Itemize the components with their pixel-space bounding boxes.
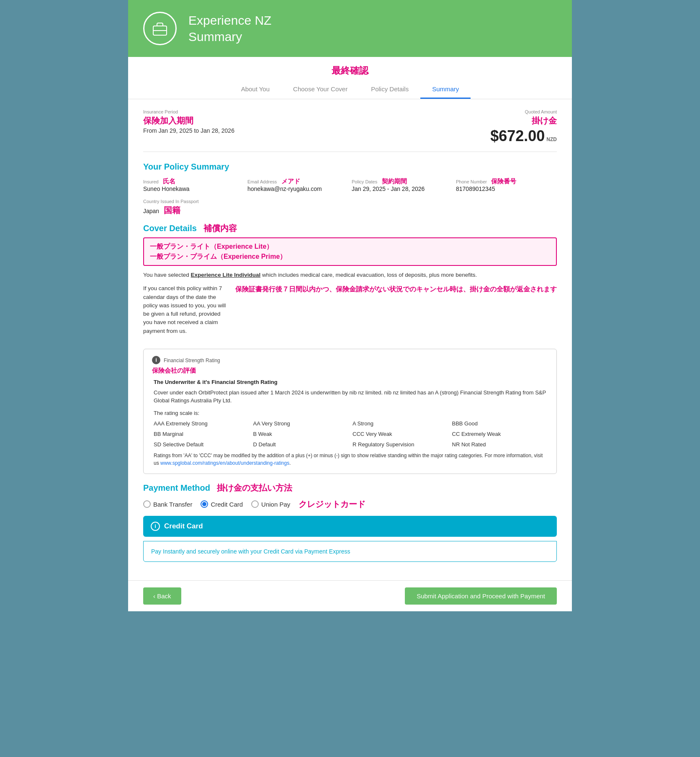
header-icon — [143, 12, 177, 45]
phone-label-jp: 保険番号 — [491, 178, 516, 185]
steps-label-jp: 最終確認 — [143, 64, 557, 77]
cover-jp-annotation-box: 一般プラン・ライト（Experience Lite） 一般プラン・プライム（Ex… — [143, 237, 557, 266]
credit-card-inner: Pay Instantly and securely online with y… — [143, 541, 557, 562]
rating-grid: AAA Extremely StrongAA Very StrongA Stro… — [154, 420, 548, 448]
field-policy-dates: Policy Dates 契約期間 Jan 29, 2025 - Jan 28,… — [352, 178, 453, 192]
submit-button[interactable]: Submit Application and Proceed with Paym… — [405, 587, 557, 605]
financial-label-jp: 保険会社の評価 — [152, 367, 548, 375]
back-button[interactable]: ‹ Back — [143, 587, 181, 605]
credit-card-desc: Pay Instantly and securely online with y… — [151, 548, 549, 555]
financial-strength-box: i Financial Strength Rating 保険会社の評価 The … — [143, 349, 557, 474]
refund-annotation-jp: 保険証書発行後７日間以内かつ、保険金請求がない状況でのキャンセル時は、掛け金の全… — [235, 284, 557, 294]
currency: NZD — [546, 136, 557, 142]
email-label-jp: メアド — [281, 178, 300, 185]
underwriter-title: The Underwriter & it's Financial Strengt… — [154, 379, 548, 385]
steps-bar: 最終確認 About You Choose Your Cover Policy … — [128, 57, 572, 99]
step-choose-cover[interactable]: Choose Your Cover — [281, 82, 359, 99]
main-content: Insurance Period 保険加入期間 From Jan 29, 202… — [128, 99, 572, 580]
cover-jp-line1: 一般プラン・ライト（Experience Lite） — [150, 242, 550, 252]
rating-cell: BB Marginal — [154, 431, 250, 437]
radio-bank-transfer[interactable] — [143, 500, 151, 508]
cover-jp-line2: 一般プラン・プライム（Experience Prime） — [150, 252, 550, 262]
email-label-en: Email Address — [247, 179, 277, 184]
cover-details-section: Cover Details 補償内容 一般プラン・ライト（Experience … — [143, 223, 557, 342]
rating-scale-label: The rating scale is: — [154, 410, 548, 416]
credit-card-info-icon: i — [151, 522, 160, 531]
financial-header: i Financial Strength Rating — [152, 356, 548, 364]
insured-value: Suneo Honekawa — [143, 185, 244, 192]
payment-title-jp: 掛け金の支払い方法 — [217, 482, 292, 494]
amount-label-jp: 掛け金 — [490, 115, 557, 126]
option-union-pay[interactable]: Union Pay — [251, 500, 290, 508]
rating-cell: SD Selective Default — [154, 441, 250, 448]
step-summary[interactable]: Summary — [420, 82, 471, 99]
refund-block: If you cancel this policy within 7 calen… — [143, 284, 557, 342]
email-value: honekawa@nz-ryugaku.com — [247, 185, 348, 192]
cover-description: You have selected Experience Lite Indivi… — [143, 271, 557, 279]
quoted-label: Quoted Amount — [490, 109, 557, 114]
rating-cell: BBB Good — [452, 420, 548, 427]
financial-inner: The Underwriter & it's Financial Strengt… — [152, 379, 548, 467]
rating-cell: AAA Extremely Strong — [154, 420, 250, 427]
field-passport: Country Issued In Passport Japan 国籍 — [143, 197, 557, 216]
option-credit-card[interactable]: Credit Card — [201, 500, 243, 508]
radio-credit-card[interactable] — [201, 500, 208, 508]
refund-text: If you cancel this policy within 7 calen… — [143, 284, 230, 335]
rating-cell: D Default — [253, 441, 350, 448]
footer-bar: ‹ Back Submit Application and Proceed wi… — [128, 580, 572, 611]
cover-details-title-jp: 補償内容 — [203, 223, 237, 234]
financial-label-en: Financial Strength Rating — [164, 358, 220, 363]
briefcase-icon — [151, 19, 169, 38]
steps-nav: About You Choose Your Cover Policy Detai… — [143, 82, 557, 99]
quoted-amount: $672.00 — [490, 127, 545, 145]
cover-details-title: Cover Details — [143, 224, 197, 233]
rating-cell: B Weak — [253, 431, 350, 437]
payment-options: Bank Transfer Credit Card Union Pay クレジッ… — [143, 499, 557, 510]
rating-note-link[interactable]: www.spglobal.com/ratings/en/about/unders… — [160, 460, 289, 466]
rating-cell: AA Very Strong — [253, 420, 350, 427]
period-label-jp: 保険加入期間 — [143, 115, 234, 126]
info-icon: i — [152, 356, 160, 364]
policy-dates-label-jp: 契約期間 — [382, 178, 407, 185]
rating-cell: NR Not Rated — [452, 441, 548, 448]
rating-cell: A Strong — [353, 420, 449, 427]
policy-summary-title: Your Policy Summary — [143, 162, 557, 172]
insured-label-en: Insured — [143, 179, 159, 184]
policy-dates-label-en: Policy Dates — [352, 179, 377, 184]
option-bank-transfer[interactable]: Bank Transfer — [143, 500, 192, 508]
rating-cell: CCC Very Weak — [353, 431, 449, 437]
rating-note: Ratings from 'AA' to 'CCC' may be modifi… — [154, 452, 548, 467]
amount-row: $672.00 NZD — [490, 127, 557, 145]
field-email: Email Address メアド honekawa@nz-ryugaku.co… — [247, 178, 348, 192]
field-phone: Phone Number 保険番号 817089012345 — [456, 178, 557, 192]
payment-title-row: Payment Method 掛け金の支払い方法 — [143, 482, 557, 494]
option-union-pay-label: Union Pay — [261, 501, 290, 508]
passport-label-en: Country Issued In Passport — [143, 199, 199, 204]
step-about-you[interactable]: About You — [229, 82, 281, 99]
period-label-en: Insurance Period — [143, 109, 234, 114]
passport-label-jp: 国籍 — [164, 206, 180, 215]
period-right: Quoted Amount 掛け金 $672.00 NZD — [490, 109, 557, 145]
rating-cell: R Regulatory Supervision — [353, 441, 449, 448]
policy-dates-value: Jan 29, 2025 - Jan 28, 2026 — [352, 185, 453, 192]
rating-cell: CC Extremely Weak — [452, 431, 548, 437]
period-dates: From Jan 29, 2025 to Jan 28, 2026 — [143, 127, 234, 134]
page-wrapper: Experience NZ Summary 最終確認 About You Cho… — [128, 0, 572, 611]
step-policy-details[interactable]: Policy Details — [359, 82, 420, 99]
header: Experience NZ Summary — [128, 0, 572, 57]
period-row: Insurance Period 保険加入期間 From Jan 29, 202… — [143, 109, 557, 152]
passport-value: Japan — [143, 208, 159, 214]
field-insured: Insured 氏名 Suneo Honekawa — [143, 178, 244, 192]
policy-summary-section: Your Policy Summary Insured 氏名 Suneo Hon… — [143, 162, 557, 216]
radio-union-pay[interactable] — [251, 500, 259, 508]
underwriter-desc: Cover under each OrbitProtect plan issue… — [154, 389, 548, 405]
payment-title: Payment Method — [143, 483, 210, 493]
policy-grid: Insured 氏名 Suneo Honekawa Email Address … — [143, 178, 557, 192]
period-left: Insurance Period 保険加入期間 From Jan 29, 202… — [143, 109, 234, 134]
payment-option-annotation-jp: クレジットカード — [299, 499, 365, 510]
credit-card-box: i Credit Card — [143, 516, 557, 537]
option-credit-card-label: Credit Card — [211, 501, 243, 508]
credit-card-box-label: Credit Card — [164, 522, 203, 530]
header-title: Experience NZ Summary — [188, 12, 271, 45]
radio-credit-card-inner — [202, 502, 206, 506]
